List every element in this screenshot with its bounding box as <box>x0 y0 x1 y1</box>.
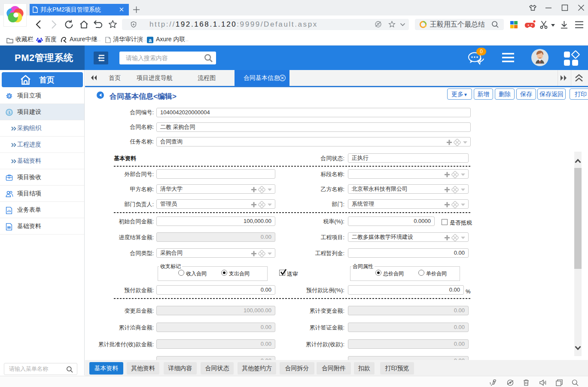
svg-text:a: a <box>149 37 152 43</box>
svg-text:0101: 0101 <box>7 227 11 229</box>
svg-text:$: $ <box>8 110 10 115</box>
